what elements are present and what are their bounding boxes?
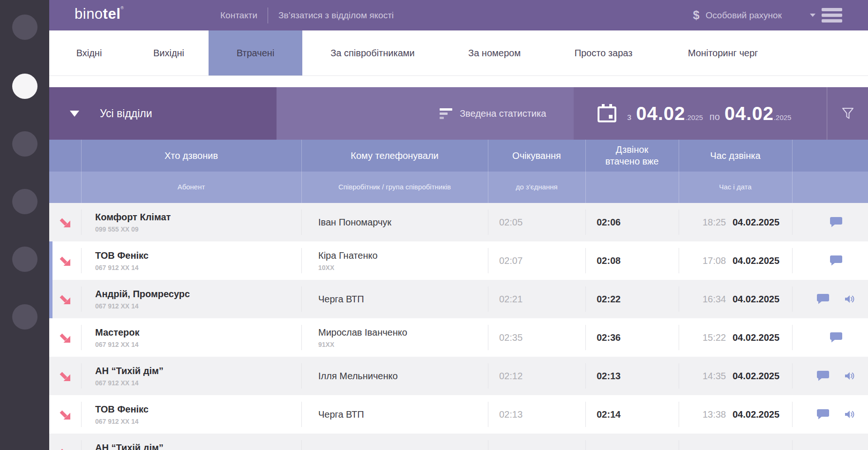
header-divider [268, 8, 268, 23]
hamburger-menu-icon[interactable] [822, 8, 842, 22]
avatar[interactable] [12, 131, 37, 157]
call-date: 04.02.2025 [733, 371, 779, 382]
missed-call-icon [59, 370, 72, 382]
avatar[interactable] [12, 247, 37, 272]
date-range: з 04.02 .2025 по 04.02 .2025 [627, 103, 798, 124]
contacts-link[interactable]: Контакти [220, 10, 257, 21]
waiting-time: 02:21 [488, 280, 585, 318]
tab-5[interactable]: За номером [443, 30, 546, 75]
callee-name: Черга ВТП [318, 293, 488, 305]
audio-play-icon[interactable] [843, 293, 855, 305]
date-from-prefix: з [627, 112, 631, 122]
tab-4[interactable]: За співробітниками [302, 30, 443, 75]
callee-name: Мирослав Іванченко [318, 327, 488, 338]
lost-ago-time: 02:06 [585, 203, 679, 241]
header-actions-col [792, 140, 868, 172]
summary-stats-button[interactable]: Зведена статистика [277, 87, 574, 140]
tab-3[interactable]: Втрачені [209, 30, 302, 75]
date-range-picker[interactable]: з 04.02 .2025 по 04.02 .2025 [574, 87, 827, 140]
table-row[interactable]: Андрій, Промресурс 067 912 XX 14 Черга В… [49, 280, 868, 318]
table-row[interactable]: Мастерок 067 912 XX 14 Мирослав Іванченк… [49, 318, 868, 357]
call-date: 04.02.2025 [733, 409, 779, 420]
caller-phone: 099 555 XX 09 [95, 225, 301, 233]
spacer [49, 76, 868, 87]
top-header: binotel® Контакти Зв’язатися з відділом … [49, 0, 868, 30]
header-waiting: Очікування [488, 140, 585, 172]
subheader-caller: Абонент [81, 172, 301, 203]
comment-icon[interactable] [817, 294, 829, 304]
call-time: 14:35 [703, 371, 726, 382]
tab-1[interactable]: Вхідні [49, 30, 129, 75]
header-lost: Дзвіноквтачено вже [585, 140, 679, 172]
call-time: 18:25 [703, 217, 726, 228]
tab-2[interactable]: Вихідні [129, 30, 209, 75]
filter-funnel-button[interactable] [827, 87, 868, 140]
comment-icon[interactable] [817, 371, 829, 381]
waiting-time: 02:05 [488, 203, 585, 241]
table-row[interactable]: АН “Тихій дім” 067 912 XX 14 Ілля Мельни… [49, 357, 868, 395]
comment-icon[interactable] [830, 217, 842, 227]
table-row[interactable]: ТОВ Фенікс 067 912 XX 14 Черга ВТП 02:13… [49, 395, 868, 434]
lost-ago-time: 02:13 [585, 357, 679, 395]
lost-ago-time: 02:22 [585, 280, 679, 318]
calendar-icon [597, 104, 617, 123]
waiting-time: 02:35 [488, 318, 585, 357]
audio-play-icon[interactable] [843, 409, 855, 420]
waiting-time [488, 434, 585, 450]
header-icon-col [49, 140, 81, 172]
stats-bars-icon [440, 108, 452, 119]
account-link[interactable]: Особовий рахунок [705, 10, 782, 21]
comment-icon[interactable] [830, 255, 842, 266]
table-row[interactable]: Комфорт Клімат 099 555 XX 09 Іван Понома… [49, 203, 868, 241]
waiting-time: 02:13 [488, 395, 585, 434]
funnel-icon [841, 106, 855, 120]
subheader-icon-col [49, 172, 81, 203]
avatar-active[interactable] [12, 74, 37, 99]
header-callee: Кому телефонували [301, 140, 488, 172]
caller-name: АН “Тихій дім” [95, 365, 301, 376]
header-call-time: Час дзвінка [679, 140, 792, 172]
tab-6[interactable]: Просто зараз [546, 30, 661, 75]
avatar[interactable] [12, 189, 37, 214]
call-time: 17:08 [703, 255, 726, 266]
sidebar [0, 0, 49, 450]
table-row[interactable]: ТОВ Фенікс 067 912 XX 14 Кіра Гнатенко 1… [49, 241, 868, 280]
avatar[interactable] [12, 15, 37, 40]
avatar[interactable] [12, 304, 37, 330]
callee-name: Кіра Гнатенко [318, 250, 488, 261]
dropdown-caret-icon [70, 111, 79, 117]
app: binotel® Контакти Зв’язатися з відділом … [0, 0, 868, 450]
waiting-time: 02:07 [488, 241, 585, 280]
caller-phone: 067 912 XX 14 [95, 379, 301, 387]
caller-name: Мастерок [95, 327, 301, 338]
caller-name: Комфорт Клімат [95, 211, 301, 223]
comment-icon[interactable] [817, 409, 829, 420]
callee-name: Черга ВТП [318, 409, 488, 420]
chevron-down-icon[interactable] [810, 14, 816, 17]
date-to-prefix: по [710, 112, 720, 122]
quality-link[interactable]: Зв’язатися з відділом якості [278, 10, 394, 21]
table-subheader: Абонент Співробітник / група співробітни… [49, 172, 868, 203]
account-area: $ Особовий рахунок [693, 0, 842, 30]
tab-7[interactable]: Моніторинг черг [661, 30, 785, 75]
waiting-time: 02:12 [488, 357, 585, 395]
table-body: Комфорт Клімат 099 555 XX 09 Іван Понома… [49, 203, 868, 450]
comment-icon[interactable] [830, 332, 842, 343]
table-row[interactable]: АН “Тихій дім” [49, 434, 868, 450]
departments-label: Усі відділи [100, 107, 152, 120]
callee-name: Ілля Мельниченко [318, 370, 488, 382]
caller-phone: 067 912 XX 14 [95, 418, 301, 426]
call-date: 04.02.2025 [733, 217, 779, 228]
summary-stats-label: Зведена статистика [460, 108, 546, 119]
balance-icon: $ [693, 8, 699, 22]
call-date: 04.02.2025 [733, 332, 779, 343]
lost-ago-time: 02:14 [585, 395, 679, 434]
call-date: 04.02.2025 [733, 294, 779, 305]
subheader-lost [585, 172, 679, 203]
header-links: Контакти Зв’язатися з відділом якості [220, 0, 394, 30]
binotel-logo: binotel® [75, 6, 124, 22]
departments-dropdown[interactable]: Усі відділи [49, 87, 277, 140]
audio-play-icon[interactable] [843, 370, 855, 382]
filter-bar: Усі відділи Зведена статистика з 04.02 .… [49, 87, 868, 140]
call-time: 13:38 [703, 409, 726, 420]
